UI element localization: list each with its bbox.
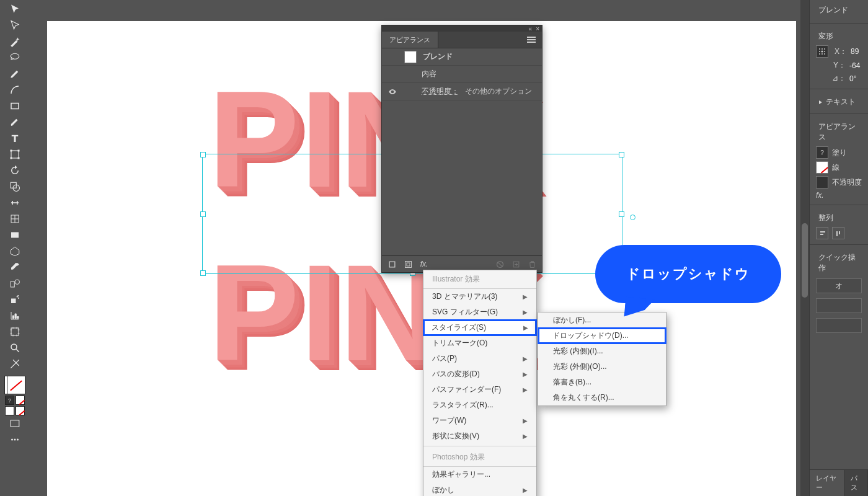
menu-item[interactable]: 効果ギャラリー...: [423, 467, 536, 482]
tool-width[interactable]: [7, 195, 23, 210]
panel-collapse-icon[interactable]: «: [529, 25, 533, 32]
text-more-section[interactable]: ▸テキスト: [810, 93, 868, 110]
svg-point-35: [824, 53, 825, 55]
tool-symbolspray[interactable]: [7, 291, 23, 307]
tool-lasso[interactable]: [7, 50, 23, 65]
tool-direct-select[interactable]: [7, 17, 23, 33]
tab-layers[interactable]: レイヤー: [810, 470, 844, 496]
panel-close-icon[interactable]: ×: [536, 25, 539, 32]
rotate-handle[interactable]: [630, 215, 636, 220]
menu-item[interactable]: 3D とマテリアル(3)▶: [423, 289, 536, 304]
transform-x-value[interactable]: 89: [851, 47, 859, 56]
transform-y-value[interactable]: -64: [849, 61, 860, 70]
panel-menu-icon[interactable]: [521, 35, 542, 44]
tool-rotate[interactable]: [7, 162, 23, 178]
stroke-row[interactable]: 線: [810, 160, 868, 175]
tool-pen[interactable]: [7, 66, 23, 81]
tool-curve[interactable]: [7, 82, 23, 97]
svg-point-19: [11, 438, 13, 440]
tool-type[interactable]: [7, 130, 23, 146]
submenu-item[interactable]: 角を丸くする(R)...: [538, 390, 666, 405]
align-left-icon[interactable]: [816, 227, 828, 239]
svg-rect-3: [18, 149, 20, 151]
appearance-row-opacity[interactable]: 不透明度： その他のオプション: [382, 83, 542, 100]
tool-blend[interactable]: [7, 275, 23, 291]
tab-paths[interactable]: パス: [844, 470, 868, 496]
submenu-item[interactable]: ドロップシャドウ(D)...: [538, 327, 666, 344]
properties-panel: ブレンド 変形 X： 89 Y： -64 ⊿： 0° ▸テキスト アピアランス …: [809, 0, 868, 496]
tool-artboard[interactable]: [7, 324, 23, 339]
svg-point-32: [824, 51, 825, 52]
submenu-item[interactable]: 光彩 (内側)(I)...: [538, 343, 666, 359]
new-fill-icon[interactable]: [387, 259, 397, 269]
tool-rect[interactable]: [7, 98, 23, 113]
svg-rect-1: [11, 151, 19, 158]
quick-action-button-3[interactable]: [816, 318, 862, 333]
svg-rect-16: [11, 328, 19, 335]
bottom-panel-tabs: レイヤー パス: [810, 469, 868, 496]
menu-item[interactable]: ワープ(W)▶: [423, 413, 536, 428]
transform-angle-value[interactable]: 0°: [849, 74, 856, 83]
fill-unknown-icon: ?: [816, 146, 828, 159]
tool-eyedropper[interactable]: [7, 259, 23, 275]
scrollbar-thumb[interactable]: [802, 223, 808, 298]
visibility-icon[interactable]: [387, 87, 398, 96]
stroke-none-icon: [816, 161, 828, 174]
opacity-row[interactable]: 不透明度: [810, 175, 868, 190]
svg-point-29: [824, 48, 825, 50]
tool-slice[interactable]: [7, 356, 23, 371]
fx-menu-header-photoshop: Photoshop 効果: [423, 448, 536, 467]
menu-item[interactable]: パスファインダー(F)▶: [423, 382, 536, 397]
submenu-item[interactable]: 落書き(B)...: [538, 374, 666, 390]
fx-menu-header-illustrator: Illustrator 効果: [423, 270, 536, 289]
align-top-icon[interactable]: [832, 227, 844, 239]
quick-action-button-1[interactable]: オ: [816, 278, 862, 293]
svg-point-20: [14, 438, 16, 440]
fill-swatch-icon: [404, 51, 417, 63]
tool-perspective[interactable]: [7, 243, 23, 259]
menu-item[interactable]: パス(P)▶: [423, 351, 536, 366]
appearance-section: アピアランス: [810, 118, 868, 145]
menu-item[interactable]: スタイライズ(S)▶: [423, 319, 537, 336]
tool-editmodes[interactable]: [7, 432, 23, 447]
fx-row[interactable]: fx.: [810, 190, 868, 201]
svg-point-28: [822, 48, 823, 50]
menu-item[interactable]: 形状に変換(V)▶: [423, 428, 536, 444]
tool-zoom[interactable]: [7, 340, 23, 355]
appearance-tab[interactable]: アピアランス: [382, 32, 438, 48]
tool-freetransform[interactable]: [7, 146, 23, 162]
tool-brush[interactable]: [7, 114, 23, 130]
submenu-item[interactable]: 光彩 (外側)(O)...: [538, 359, 666, 374]
menu-item[interactable]: SVG フィルター(G)▶: [423, 304, 536, 320]
tool-shapebuilder[interactable]: [7, 179, 23, 194]
tool-selection[interactable]: [7, 1, 23, 17]
tool-graph[interactable]: [7, 308, 23, 323]
svg-point-31: [821, 50, 823, 52]
menu-item[interactable]: トリムマーク(O): [423, 335, 536, 351]
tool-gradient[interactable]: [7, 227, 23, 242]
fill-stroke-swatches[interactable]: ?: [4, 376, 25, 415]
svg-rect-4: [11, 157, 12, 159]
canvas-scrollbar[interactable]: [800, 0, 809, 496]
fx-icon[interactable]: fx.: [419, 259, 429, 269]
menu-item[interactable]: パスの変形(D)▶: [423, 366, 536, 382]
fill-row[interactable]: ?塗り: [810, 145, 868, 160]
svg-point-17: [11, 344, 17, 350]
appearance-row-content[interactable]: 内容: [382, 66, 542, 83]
tool-mesh[interactable]: [7, 211, 23, 226]
trash-icon: [527, 259, 537, 269]
quick-action-button-2[interactable]: [816, 298, 862, 313]
menu-item[interactable]: ラスタライズ(R)...: [423, 397, 536, 413]
tool-wand[interactable]: [7, 33, 23, 49]
properties-title: ブレンド: [810, 0, 868, 19]
appearance-row-blend[interactable]: ブレンド: [382, 48, 542, 66]
panel-titlebar[interactable]: « ×: [382, 25, 542, 32]
svg-point-34: [822, 53, 823, 55]
tool-screenmode[interactable]: [7, 415, 23, 431]
swatch-none-icon: [16, 396, 25, 405]
toolbar: ?: [0, 0, 30, 496]
reference-point-icon[interactable]: [816, 45, 828, 58]
new-stroke-icon[interactable]: [403, 259, 413, 269]
align-section: 整列: [810, 209, 868, 226]
menu-item[interactable]: ぼかし▶: [423, 482, 536, 496]
